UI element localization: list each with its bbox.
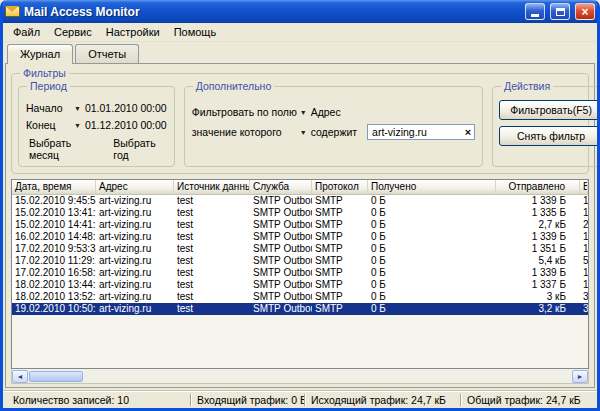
table-cell: SMTP Outbound [250,195,312,207]
table-cell: 17.02.2010 16:58:00 [12,267,96,279]
condition-combo[interactable]: ▼ содержит [300,126,357,138]
table-cell: 0 Б [368,207,496,219]
select-year-button[interactable]: Выбрать год [113,137,166,161]
chevron-down-icon: ▼ [300,129,307,136]
table-row[interactable]: 15.02.2010 14:41:17art-vizing.rutestSMTP… [12,219,588,231]
table-row[interactable]: 17.02.2010 11:29:14art-vizing.rutestSMTP… [12,255,588,267]
table-cell: SMTP Outbound [250,255,312,267]
scrollbar-track[interactable] [83,369,572,383]
table-cell: SMTP Outbound [250,279,312,291]
table-cell: art-vizing.ru [96,243,174,255]
end-date-combo[interactable]: ▼ 01.12.2010 00:00 [74,119,167,131]
column-header-address[interactable]: Адрес [96,180,174,194]
condition-value: содержит [311,126,357,138]
table-cell: SMTP Outbound [250,291,312,303]
table-row[interactable]: 15.02.2010 9:45:53art-vizing.rutestSMTP … [12,195,588,207]
table-cell: art-vizing.ru [96,207,174,219]
table-cell: SMTP [312,303,368,315]
table-cell: SMTP Outbound [250,219,312,231]
table-row[interactable]: 16.02.2010 14:48:17art-vizing.rutestSMTP… [12,231,588,243]
period-group-label: Период [27,80,70,92]
table-cell: 1 3 [580,267,588,279]
table-cell: test [174,231,250,243]
filters-group-label: Фильтры [20,67,69,79]
column-header-sent[interactable]: Отправлено [496,180,580,194]
close-button[interactable]: × [575,3,595,20]
select-month-button[interactable]: Выбрать месяц [29,137,95,161]
record-count-label: Количество записей: 10 [8,394,190,406]
table-cell: test [174,195,250,207]
minimize-button[interactable] [525,3,545,20]
table-cell: SMTP [312,291,368,303]
clear-filter-icon[interactable]: × [465,126,471,138]
table-cell: 2,7 [580,219,588,231]
table-cell: test [174,219,250,231]
filters-group: Фильтры Период Начало ▼ 01.01.2010 00:00… [11,73,589,174]
menu-item-file[interactable]: Файл [6,24,47,41]
additional-group: Дополнительно Фильтровать по полю ▼ Адре… [184,86,483,167]
table-cell: 3 кБ [496,291,580,303]
menu-item-settings[interactable]: Настройки [99,24,167,41]
minimize-icon [531,14,539,17]
period-group: Период Начало ▼ 01.01.2010 00:00 Конец ▼… [18,86,175,167]
scrollbar-thumb[interactable] [29,371,83,382]
table-cell: SMTP [312,207,368,219]
table-cell: SMTP Outbound [250,267,312,279]
table-cell: test [174,303,250,315]
table-cell: 1 3 [580,195,588,207]
table-cell: 1 3 [580,243,588,255]
table-cell: 1 351 Б [496,243,580,255]
apply-filter-button[interactable]: Фильтровать(F5) [499,100,600,120]
table-row[interactable]: 17.02.2010 9:53:31art-vizing.rutestSMTP … [12,243,588,255]
column-header-service[interactable]: Служба [250,180,312,194]
table-cell: test [174,255,250,267]
outgoing-traffic-label: Исходящий трафик: 24,7 кБ [306,394,460,406]
table-cell: 18.02.2010 13:52:10 [12,291,96,303]
scroll-left-button[interactable]: ◄ [12,370,28,383]
table-cell: 0 Б [368,255,496,267]
table-cell: 0 Б [368,231,496,243]
journal-tab-page: Фильтры Период Начало ▼ 01.01.2010 00:00… [5,63,595,388]
filter-value-input[interactable] [372,126,465,138]
close-icon: × [581,5,588,19]
table-cell: 15.02.2010 9:45:53 [12,195,96,207]
table-cell: 0 Б [368,243,496,255]
table-cell: art-vizing.ru [96,279,174,291]
end-date-label: Конец [26,119,74,131]
table-cell: SMTP [312,255,368,267]
tab-reports[interactable]: Отчеты [75,44,139,63]
column-header-received[interactable]: Получено [368,180,496,194]
filter-value-field[interactable]: × [367,124,475,140]
table-cell: 1 339 Б [496,231,580,243]
column-header-total[interactable]: Во [580,180,588,194]
remove-filter-button[interactable]: Снять фильтр [499,126,600,146]
table-row[interactable]: 15.02.2010 13:41:32art-vizing.rutestSMTP… [12,207,588,219]
table-row[interactable]: 17.02.2010 16:58:00art-vizing.rutestSMTP… [12,267,588,279]
table-cell: 5,4 кБ [496,255,580,267]
menu-item-help[interactable]: Помощь [167,24,224,41]
table-row[interactable]: 18.02.2010 13:52:10art-vizing.rutestSMTP… [12,291,588,303]
table-row[interactable]: 18.02.2010 13:44:21art-vizing.rutestSMTP… [12,279,588,291]
table-row[interactable]: 19.02.2010 10:50:50art-vizing.rutestSMTP… [12,303,588,315]
log-table: Дата, время Адрес Источник данных Служба… [11,179,589,369]
scroll-right-button[interactable]: ► [572,370,588,383]
column-header-datetime[interactable]: Дата, время [12,180,96,194]
start-date-combo[interactable]: ▼ 01.01.2010 00:00 [74,102,167,114]
table-cell: 3,2 кБ [496,303,580,315]
table-cell: 1 339 Б [496,267,580,279]
titlebar[interactable]: Mail Access Monitor × [0,0,600,23]
app-mail-icon[interactable] [5,6,20,17]
menu-item-service[interactable]: Сервис [47,24,99,41]
filter-field-combo[interactable]: ▼ Адрес [300,106,341,118]
incoming-traffic-label: Входящий трафик: 0 Б [192,394,304,406]
column-header-source[interactable]: Источник данных [174,180,250,194]
tab-journal[interactable]: Журнал [7,44,73,64]
table-cell: SMTP [312,195,368,207]
table-cell: SMTP [312,267,368,279]
maximize-button[interactable] [550,3,570,20]
table-cell: art-vizing.ru [96,255,174,267]
table-cell: 19.02.2010 10:50:50 [12,303,96,315]
column-header-protocol[interactable]: Протокол [312,180,368,194]
horizontal-scrollbar[interactable]: ◄ ► [11,369,589,384]
table-cell: 1 3 [580,279,588,291]
